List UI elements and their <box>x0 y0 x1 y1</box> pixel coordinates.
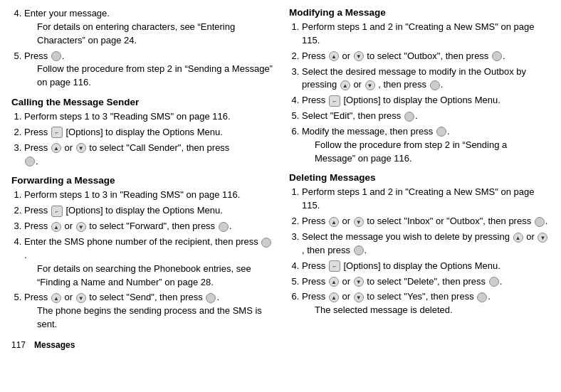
del-3-down-icon: ▼ <box>538 233 547 243</box>
forwarding-step-3: Press ▲ or ▼ to select "Forward", then p… <box>24 220 275 233</box>
del-5-button <box>489 277 499 287</box>
del-3-text: Select the message you wish to delete by… <box>302 231 513 242</box>
calling-heading: Calling the Message Sender <box>11 97 275 107</box>
del-6-sub: The selected message is deleted. <box>315 304 550 317</box>
mod-2-up-icon: ▲ <box>329 51 339 61</box>
mod-2-or: or <box>342 51 352 61</box>
del-5-press: Press <box>302 276 328 287</box>
calling-3-press: Press <box>24 142 51 153</box>
footer: 117 Messages <box>11 340 550 350</box>
mod-3-up-icon: ▲ <box>340 80 350 90</box>
intro-step-4: Enter your message. For details on enter… <box>24 7 275 48</box>
del-5-up-icon: ▲ <box>329 277 339 287</box>
del-6-text: to select "Yes", then press <box>367 291 476 302</box>
mod-step-5: Select "Edit", then press . <box>302 110 550 123</box>
del-6-up-icon: ▲ <box>329 292 339 302</box>
del-2-or: or <box>342 216 352 226</box>
del-6-button <box>477 292 487 302</box>
fwd-3-or: or <box>64 221 75 231</box>
del-4-press: Press <box>302 260 328 271</box>
mod-6-text: Modify the message, then press <box>302 126 436 137</box>
fwd-3-down-icon: ▼ <box>76 222 86 232</box>
del-step-2: Press ▲ or ▼ to select "Inbox" or "Outbo… <box>302 215 550 228</box>
mod-step-1: Perform steps 1 and 2 in "Creating a New… <box>302 21 550 48</box>
calling-step-3: Press ▲ or ▼ to select "Call Sender", th… <box>24 142 275 169</box>
step5-press: Press <box>24 51 48 61</box>
mod-step-3: Select the desired message to modify in … <box>302 65 550 92</box>
del-5-or: or <box>342 276 352 287</box>
del-4-text: [Options] to display the Options Menu. <box>343 260 500 271</box>
mod-6-button <box>436 127 446 137</box>
mod-6-sub: Follow the procedure from step 2 in “Sen… <box>315 139 550 166</box>
fwd-5-sub: The phone begins the sending process and… <box>37 304 275 332</box>
del-step-1: Perform steps 1 and 2 in "Creating a New… <box>302 186 550 213</box>
del-6-press: Press <box>302 291 328 302</box>
del-2-down-icon: ▼ <box>354 217 364 227</box>
mod-2-press: Press <box>302 51 328 61</box>
calling-list: Perform steps 1 to 3 "Reading SMS" on pa… <box>24 110 275 168</box>
del-3-or: or <box>526 231 537 242</box>
del-5-down-icon: ▼ <box>354 277 364 287</box>
mod-3-button <box>430 80 440 90</box>
fwd-2-text: [Options] to display the Options Menu. <box>65 205 222 216</box>
forwarding-step-4: Enter the SMS phone number of the recipi… <box>24 235 275 289</box>
calling-2-text: [Options] to display the Options Menu. <box>65 127 222 137</box>
mod-4-press: Press <box>302 95 328 105</box>
mod-2-text: to select "Outbox", then press <box>367 51 491 61</box>
del-2-text: to select "Inbox" or "Outbox", then pres… <box>367 216 534 226</box>
forwarding-step-2: Press ⌐ [Options] to display the Options… <box>24 204 275 218</box>
step5-button <box>51 51 61 61</box>
fwd-5-up-icon: ▲ <box>51 293 61 303</box>
mod-2-button <box>492 51 502 61</box>
calling-3-or: or <box>64 142 75 153</box>
step4-text: Enter your message. <box>24 8 110 18</box>
fwd-5-down-icon: ▼ <box>76 293 86 303</box>
calling-1-text: Perform steps 1 to 3 "Reading SMS" on pa… <box>24 111 231 122</box>
del-step-3: Select the message you wish to delete by… <box>302 231 550 258</box>
fwd-3-up-icon: ▲ <box>51 222 61 232</box>
deleting-heading: Deleting Messages <box>289 172 550 183</box>
del-step-4: Press ⌐ [Options] to display the Options… <box>302 260 550 273</box>
mod-2-down-icon: ▼ <box>354 51 364 61</box>
calling-3-up-icon: ▲ <box>51 143 61 153</box>
deleting-list: Perform steps 1 and 2 in "Creating a New… <box>302 186 550 317</box>
mod-1-text: Perform steps 1 and 2 in "Creating a New… <box>302 21 534 46</box>
forwarding-heading: Forwarding a Message <box>11 175 275 186</box>
right-column: Modifying a Message Perform steps 1 and … <box>289 7 550 334</box>
del-3-button <box>354 245 364 255</box>
calling-2-press: Press <box>24 127 51 137</box>
mod-5-button <box>404 112 414 122</box>
mod-3-text2: , then press <box>378 79 429 90</box>
fwd-3-press: Press <box>24 221 51 231</box>
del-5-text: to select "Delete", then press <box>367 276 488 287</box>
del-6-or: or <box>342 291 352 302</box>
del-2-button <box>535 217 545 227</box>
fwd-3-text: to select "Forward", then press <box>89 221 217 231</box>
mod-step-6: Modify the message, then press . Follow … <box>302 125 550 166</box>
intro-steps: Enter your message. For details on enter… <box>24 7 275 90</box>
mod-4-options-icon: ⌐ <box>329 95 340 107</box>
del-6-down-icon: ▼ <box>354 292 364 302</box>
del-step-5: Press ▲ or ▼ to select "Delete", then pr… <box>302 275 550 289</box>
del-3-text2: , then press <box>302 245 353 255</box>
page-number: 117 <box>11 340 34 350</box>
fwd-2-options-icon: ⌐ <box>51 206 63 217</box>
del-2-press: Press <box>302 216 328 226</box>
calling-2-options-icon: ⌐ <box>51 127 63 138</box>
fwd-5-button <box>206 293 216 303</box>
modifying-list: Perform steps 1 and 2 in "Creating a New… <box>302 21 550 165</box>
fwd-5-text: to select "Send", then press <box>89 292 205 302</box>
fwd-3-button <box>219 222 229 232</box>
step5-sub: Follow the procedure from step 2 in “Sen… <box>37 63 275 90</box>
mod-3-down-icon: ▼ <box>365 80 375 90</box>
forwarding-step-5: Press ▲ or ▼ to select "Send", then pres… <box>24 291 275 332</box>
mod-3-or: or <box>353 79 364 90</box>
forwarding-step-1: Perform steps 1 to 3 in "Reading SMS" on… <box>24 189 275 202</box>
del-4-options-icon: ⌐ <box>329 260 340 272</box>
mod-step-4: Press ⌐ [Options] to display the Options… <box>302 94 550 107</box>
del-3-up-icon: ▲ <box>513 233 523 243</box>
step4-sub: For details on entering characters, see … <box>37 21 275 48</box>
del-1-text: Perform steps 1 and 2 in "Creating a New… <box>302 186 534 211</box>
left-column: Enter your message. For details on enter… <box>11 7 275 334</box>
fwd-4-sub: For details on searching the Phonebook e… <box>37 263 275 290</box>
